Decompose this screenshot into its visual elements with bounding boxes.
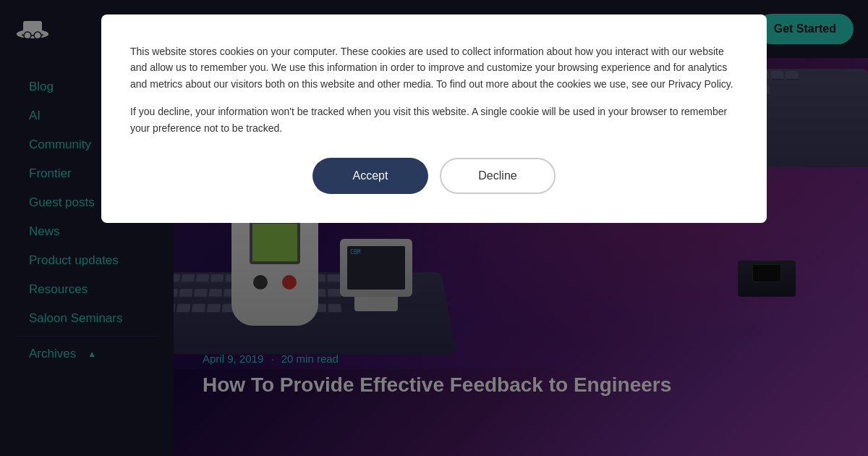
cookie-buttons: Accept Decline [130,158,738,194]
accept-button[interactable]: Accept [312,158,428,194]
cookie-text-primary: This website stores cookies on your comp… [130,43,738,92]
cookie-text-secondary: If you decline, your information won't b… [130,104,738,136]
decline-button[interactable]: Decline [440,158,556,194]
cookie-modal: This website stores cookies on your comp… [101,14,767,223]
modal-overlay: This website stores cookies on your comp… [0,0,868,456]
